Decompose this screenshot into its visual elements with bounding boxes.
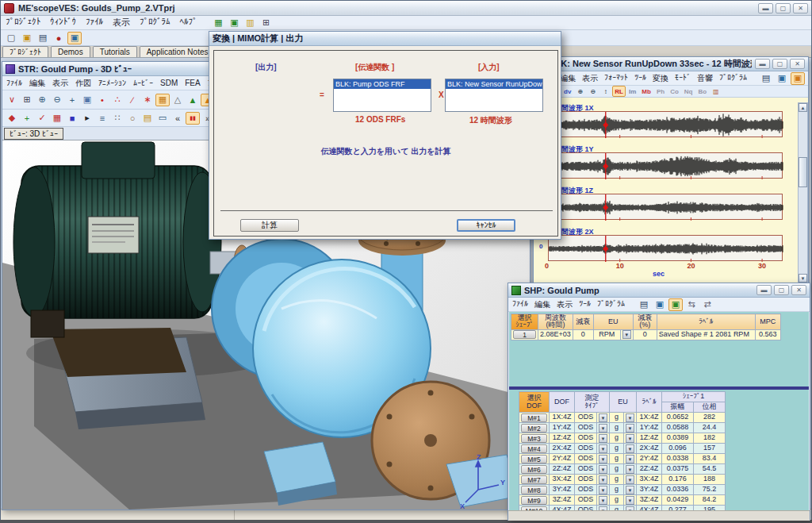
sym-icon[interactable]: ⊖ <box>587 86 599 97</box>
scroll-thumb[interactable] <box>799 157 807 187</box>
cube-icon[interactable]: ▣ <box>80 94 94 106</box>
im-icon[interactable]: Im <box>626 86 638 97</box>
menu-item[interactable]: 表示 <box>113 17 130 29</box>
menu-item[interactable]: 編集 <box>560 73 576 84</box>
transfer-function-item[interactable]: BLK: Pump ODS FRF <box>334 79 431 89</box>
close-button[interactable]: ✕ <box>793 3 808 13</box>
pause-icon[interactable]: ▮▮ <box>186 112 200 125</box>
pen-icon[interactable]: ∨ <box>5 94 19 106</box>
refresh2-icon[interactable]: ⇄ <box>700 298 714 311</box>
dropdown-button[interactable]: ▼ <box>626 475 634 484</box>
menu-item[interactable]: 表示 <box>52 78 68 89</box>
menu-item[interactable]: ﾂｰﾙ <box>579 299 591 310</box>
dropdown-button[interactable]: ▼ <box>626 434 634 443</box>
shapes-icon[interactable]: ◆ <box>5 112 19 125</box>
tab-demos[interactable]: Demos <box>51 46 90 57</box>
menu-item[interactable]: ﾂｰﾙ <box>634 73 646 84</box>
shp-titlebar[interactable]: SHP: Gould Pump ▬ ▢ ✕ <box>508 283 810 298</box>
dropdown-button[interactable]: ▼ <box>599 413 607 422</box>
dropdown-button[interactable]: ▼ <box>626 486 634 494</box>
dropdown-button[interactable]: ▼ <box>599 434 607 443</box>
dropdown-button[interactable]: ▼ <box>599 455 607 463</box>
gears-icon[interactable]: ○ <box>125 112 140 125</box>
window-icon[interactable]: ▣ <box>67 32 82 44</box>
input-listbox[interactable]: BLK: New Sensor RunUpDown <box>445 79 543 112</box>
add-icon[interactable]: + <box>20 112 34 125</box>
maximize-button[interactable]: ▢ <box>776 3 791 13</box>
wave-minimize-button[interactable]: ▬ <box>755 59 770 69</box>
shp-minimize-button[interactable]: ▬ <box>756 285 772 295</box>
dropdown-button[interactable]: ▼ <box>599 486 607 494</box>
menu-item[interactable]: ﾍﾙﾌﾟ <box>180 17 197 29</box>
select-button[interactable]: M#1 <box>521 413 547 422</box>
green-window-icon[interactable]: ▣ <box>228 17 242 29</box>
nq-icon[interactable]: Nq <box>682 86 695 97</box>
save-icon[interactable]: ▤ <box>759 72 773 85</box>
shp-close-button[interactable]: ✕ <box>791 285 806 295</box>
quad-view-icon[interactable]: ⊞ <box>20 94 34 106</box>
input-item[interactable]: BLK: New Sensor RunUpDown <box>446 79 542 89</box>
cancel-button[interactable]: ｷｬﾝｾﾙ <box>457 219 515 232</box>
sym-icon[interactable]: ↕ <box>599 86 611 97</box>
triangle-outline-icon[interactable]: △ <box>170 94 185 106</box>
menu-item[interactable]: ﾌﾟﾛｼﾞｪｸﾄ <box>6 17 40 29</box>
menu-item[interactable]: 作図 <box>75 78 91 89</box>
menu-item[interactable]: ｱﾆﾒｰｼｮﾝ <box>98 79 126 87</box>
menu-item[interactable]: ﾌｫｰﾏｯﾄ <box>604 73 628 84</box>
dropdown-button[interactable]: ▼ <box>626 465 634 474</box>
select-button[interactable]: M#3 <box>521 434 547 443</box>
cursor-icon[interactable]: ▸ <box>80 112 94 125</box>
menu-item[interactable]: 音響 <box>697 73 713 84</box>
waveform-plot[interactable] <box>548 111 783 137</box>
select-button[interactable]: M#8 <box>521 486 547 494</box>
dropdown-button[interactable]: ▼ <box>626 496 634 505</box>
menu-item[interactable]: ﾌﾟﾛｸﾞﾗﾑ <box>140 17 170 29</box>
recent-icon[interactable]: ● <box>52 32 66 44</box>
dialog-titlebar[interactable]: 変換 | MIMO計算 | 出力 <box>209 32 561 46</box>
select-button[interactable]: M#2 <box>521 424 547 433</box>
blue-square-icon[interactable]: ■ <box>65 112 79 125</box>
trace-scrollbar[interactable]: ▲ ▼ <box>798 102 808 283</box>
open-file-icon[interactable]: ▣ <box>20 32 34 44</box>
check-icon[interactable]: ✓ <box>35 112 49 125</box>
pan-icon[interactable]: + <box>65 94 79 106</box>
red-grid-icon[interactable]: ▦ <box>50 112 64 125</box>
scroll-up-button[interactable]: ▲ <box>799 103 807 112</box>
table-splitter[interactable] <box>509 386 809 390</box>
menu-item[interactable]: ﾑｰﾋﾞｰ <box>133 79 153 87</box>
wave-maximize-button[interactable]: ▢ <box>772 59 787 69</box>
dv-icon[interactable]: dv <box>561 86 573 97</box>
select-button[interactable]: M#4 <box>521 444 547 453</box>
menu-item[interactable]: ﾌｧｲﾙ <box>6 79 22 87</box>
sym-icon[interactable]: ⊕ <box>574 86 586 97</box>
bo-icon[interactable]: Bo <box>696 86 710 97</box>
zoom-in-icon[interactable]: ⊕ <box>35 94 49 106</box>
menu-item[interactable]: ﾌｧｲﾙ <box>512 299 528 310</box>
active-window-icon[interactable]: ▣ <box>791 72 805 85</box>
menu-item[interactable]: ﾓｰﾄﾞ <box>675 73 691 84</box>
wave-titlebar[interactable]: BLK: New Sensor RunUpDown 33sec - 12 時間波… <box>534 57 808 71</box>
dropdown-button[interactable]: ▼ <box>599 465 607 474</box>
screen-icon[interactable]: ▭ <box>155 112 170 125</box>
mb-icon[interactable]: Mb <box>639 86 653 97</box>
menu-item[interactable]: 編集 <box>29 78 45 89</box>
sym-icon[interactable]: ▥ <box>710 86 722 97</box>
menu-item[interactable]: ﾌｧｲﾙ <box>86 17 103 29</box>
scroll-down-button[interactable]: ▼ <box>799 274 807 283</box>
tab-application-notes[interactable]: Application Notes <box>140 46 216 57</box>
menu-item[interactable]: SDM <box>160 79 178 87</box>
waveform-plot[interactable] <box>548 194 783 220</box>
zoom-out-icon[interactable]: ⊖ <box>50 94 64 106</box>
menu-item[interactable]: 表示 <box>582 73 598 84</box>
menu-item[interactable]: 変換 <box>653 73 668 84</box>
drag-icon[interactable]: ∷ <box>110 112 124 125</box>
interpolate-icon[interactable]: ▦ <box>155 94 170 106</box>
save-icon[interactable]: ▤ <box>637 298 651 311</box>
select-button[interactable]: M#6 <box>521 465 547 474</box>
ph-icon[interactable]: Ph <box>654 86 667 97</box>
view-tab-3d[interactable]: ﾋﾞｭｰ: 3D ﾋﾞｭｰ <box>4 128 63 140</box>
dropdown-button[interactable]: ▼ <box>599 475 607 484</box>
rewind-icon[interactable]: « <box>170 112 185 125</box>
wave-plot-area[interactable]: 1時間波形 1X02時間波形 1Y03時間波形 1Z04時間波形 2X0 sec… <box>534 101 808 286</box>
point-icon[interactable]: • <box>95 94 109 106</box>
